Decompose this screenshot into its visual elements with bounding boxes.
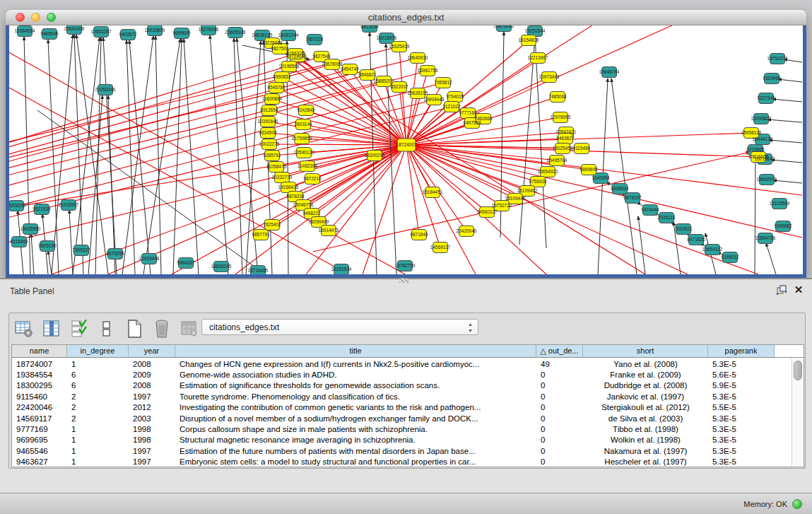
table-cell[interactable]: 0 (536, 425, 583, 433)
graph-edge[interactable] (773, 180, 802, 183)
table-settings-icon[interactable] (13, 318, 35, 339)
table-cell[interactable]: Estimation of significance thresholds fo… (175, 381, 536, 390)
graph-edge[interactable] (73, 37, 100, 274)
table-cell[interactable]: 9465546 (12, 447, 67, 455)
table-cell[interactable]: 0 (536, 457, 583, 466)
table-cell[interactable]: 2008 (129, 381, 175, 390)
graph-edge[interactable] (103, 37, 117, 274)
table-cell[interactable]: Disruption of a novel member of a sodium… (175, 414, 536, 423)
table-cell[interactable]: Stergiakouli et al. (2012) (583, 403, 708, 411)
column-header-in_degree[interactable]: in_degree (67, 345, 129, 357)
table-cell[interactable]: 5.3E-5 (708, 360, 775, 368)
table-cell[interactable]: 0 (536, 370, 583, 379)
graph-edge[interactable] (406, 145, 802, 238)
rows-icon[interactable] (96, 318, 117, 339)
table-cell[interactable]: 2003 (129, 414, 175, 423)
table-cell[interactable]: Tibbo et al. (1998) (583, 425, 708, 433)
graph-edge[interactable] (406, 145, 419, 235)
table-cell[interactable]: Genome-wide association studies in ADHD. (175, 370, 536, 379)
graph-edge[interactable] (269, 144, 406, 145)
window-titlebar[interactable]: citations_edges.txt (6, 10, 806, 25)
table-cell[interactable]: Corpus callosum shape and size in male p… (175, 425, 536, 433)
table-cell[interactable]: 0 (536, 392, 583, 401)
graph-edge[interactable] (9, 75, 367, 170)
table-row[interactable]: 977716911998Corpus callosum shape and si… (12, 424, 792, 434)
graph-edge[interactable] (155, 36, 161, 274)
graph-edge[interactable] (74, 35, 83, 274)
table-cell[interactable]: 5.3E-5 (708, 447, 775, 455)
table-cell[interactable]: 1998 (129, 425, 175, 433)
table-cell[interactable]: 0 (536, 381, 583, 390)
table-cell[interactable]: 5.6E-5 (708, 370, 775, 379)
graph-edge[interactable] (52, 145, 406, 274)
table-cell[interactable]: Franke et al. (2009) (583, 370, 708, 379)
table-cell[interactable]: 49 (536, 360, 583, 368)
table-cell[interactable]: 1998 (129, 436, 175, 444)
graph-edge[interactable] (535, 37, 546, 248)
table-cell[interactable]: 1997 (129, 457, 175, 466)
table-cell[interactable]: de Silva et al. (2003) (583, 414, 708, 423)
graph-edge[interactable] (272, 43, 645, 274)
table-cell[interactable]: 2 (67, 414, 129, 423)
table-cell[interactable]: Hescheler et al. (1997) (583, 457, 708, 466)
table-scrollbar[interactable] (792, 358, 804, 467)
table-cell[interactable]: 5.9E-5 (708, 381, 775, 390)
column-header-out_de[interactable]: △ out_de... (536, 345, 583, 357)
new-table-icon[interactable] (124, 318, 145, 339)
table-cell[interactable]: 19384554 (12, 370, 67, 379)
table-row[interactable]: 2242004622012Investigating the contribut… (12, 402, 792, 413)
column-header-short[interactable]: short (583, 345, 708, 357)
table-cell[interactable]: Investigating the contribution of common… (175, 403, 536, 411)
graph-edge[interactable] (48, 251, 52, 274)
table-cell[interactable]: 6 (67, 370, 129, 379)
table-cell[interactable]: 5.3E-5 (708, 425, 775, 433)
graph-edge[interactable] (406, 71, 428, 145)
table-cell[interactable]: 2009 (129, 370, 175, 379)
network-canvas[interactable]: 1938455494655462069140610653287940357216… (9, 25, 803, 274)
table-cell[interactable]: Estimation of the future numbers of pati… (175, 447, 536, 455)
table-cell[interactable]: 1 (67, 425, 129, 433)
table-row[interactable]: 969969511998Structural magnetic resonanc… (12, 435, 792, 445)
table-cell[interactable]: 22420046 (12, 403, 67, 411)
table-selector-dropdown[interactable]: citations_edges.txt ▲▼ (201, 319, 478, 335)
graph-edge[interactable] (778, 79, 802, 82)
table-cell[interactable]: Embryonic stem cells: a model to study s… (175, 457, 536, 466)
table-cell[interactable]: 9699695 (12, 436, 67, 444)
memory-ok-indicator-icon[interactable] (792, 499, 802, 509)
scrollbar-thumb[interactable] (794, 361, 802, 380)
table-cell[interactable]: 5.3E-5 (708, 392, 775, 401)
table-cell[interactable]: 5.3E-5 (708, 457, 775, 466)
graph-edge[interactable] (766, 243, 776, 274)
table-cell[interactable]: 1 (67, 457, 129, 466)
table-cell[interactable]: 2 (67, 392, 129, 401)
table-cell[interactable]: 1 (67, 360, 129, 368)
table-row[interactable]: 1830029562008Estimation of significance … (12, 380, 792, 391)
panel-resize-grip[interactable] (399, 279, 409, 283)
graph-edge[interactable] (31, 234, 34, 274)
table-cell[interactable]: 1997 (129, 392, 175, 401)
graph-edge[interactable] (755, 157, 755, 274)
table-cell[interactable]: 14569117 (12, 414, 67, 423)
column-header-name[interactable]: name (12, 345, 67, 357)
table-cell[interactable]: 0 (536, 403, 583, 411)
table-cell[interactable]: Dudbridge et al. (2008) (583, 381, 708, 390)
table-cell[interactable]: 18300295 (12, 381, 67, 390)
graph-edge[interactable] (771, 160, 802, 163)
table-cell[interactable]: 1 (67, 447, 129, 455)
graph-edge[interactable] (638, 216, 645, 274)
table-cell[interactable]: 5.5E-5 (708, 403, 775, 411)
table-cell[interactable]: 1 (67, 436, 129, 444)
table-cell[interactable]: Yano et al. (2008) (583, 360, 708, 368)
graph-edge[interactable] (769, 140, 802, 143)
table-cell[interactable]: 9777169 (12, 425, 67, 433)
graph-edge[interactable] (108, 95, 115, 274)
graph-edge[interactable] (129, 40, 151, 274)
close-panel-icon[interactable]: ✕ (792, 284, 805, 296)
table-cell[interactable]: 2 (67, 403, 129, 411)
table-cell[interactable]: 0 (536, 447, 583, 455)
column-chooser-icon[interactable] (41, 318, 62, 339)
table-cell[interactable]: Changes of HCN gene expression and I(f) … (175, 360, 536, 368)
table-cell[interactable]: 0 (536, 436, 583, 444)
table-cell[interactable]: 1997 (129, 447, 175, 455)
graph-edge[interactable] (767, 119, 802, 122)
